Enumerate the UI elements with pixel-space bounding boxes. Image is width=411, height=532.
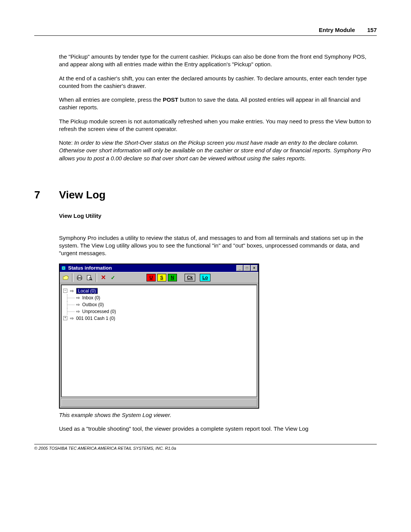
svg-rect-4 <box>87 275 91 280</box>
urgent-pill[interactable]: U <box>147 274 156 281</box>
paragraph: When all entries are complete, press the… <box>34 96 377 112</box>
tree-view[interactable]: − ⇨ Local (0) ⇨ Inbox (0) ⇨ Outbox (0) ⇨… <box>61 284 257 397</box>
paragraph: Used as a "trouble shooting" tool, the v… <box>34 425 377 433</box>
arrow-icon: ⇨ <box>75 309 81 314</box>
collapse-icon[interactable]: − <box>63 289 67 293</box>
arrow-icon: ⇨ <box>75 295 81 300</box>
paragraph: Symphony Pro includes a utility to revie… <box>34 234 377 257</box>
figure-caption: This example shows the System Log viewer… <box>34 412 377 418</box>
paragraph: The Pickup module screen is not automati… <box>34 118 377 133</box>
tree-label: Inbox (0) <box>82 295 100 300</box>
tree-node-unprocessed[interactable]: ⇨ Unprocessed (0) <box>63 308 255 315</box>
post-button-ref: POST <box>163 96 178 103</box>
paragraph: the "Pickup" amounts by tender type for … <box>34 53 377 69</box>
confirm-icon[interactable]: ✓ <box>108 273 118 282</box>
tree-label: Outbox (0) <box>82 302 104 307</box>
section-title: View Log <box>59 189 105 201</box>
note-paragraph: Note: In order to view the Short-Over st… <box>34 139 377 162</box>
arrow-icon: ⇨ <box>69 288 75 294</box>
close-button[interactable]: × <box>251 265 258 271</box>
open-icon[interactable] <box>61 273 70 282</box>
maximize-button[interactable]: □ <box>244 265 250 271</box>
note-body: In order to view the Short-Over status o… <box>59 139 371 161</box>
status-pill-s[interactable]: S <box>157 274 166 281</box>
status-bar <box>61 398 257 407</box>
note-label: Note: <box>59 139 74 146</box>
tree-label: Unprocessed (0) <box>82 309 116 314</box>
window-title: Status information <box>68 265 236 271</box>
svg-line-6 <box>91 279 92 280</box>
status-pill-ck[interactable]: Ck <box>185 274 195 281</box>
section-number: 7 <box>34 189 59 201</box>
tree-node-cash1[interactable]: + ⇨ 001 001 Cash 1 (0) <box>63 315 255 322</box>
footer-copyright: © 2005 TOSHIBA TEC AMERICA AMERICA RETAI… <box>34 446 377 451</box>
preview-icon[interactable] <box>85 273 94 282</box>
subheading: View Log Utility <box>34 212 377 219</box>
tree-node-outbox[interactable]: ⇨ Outbox (0) <box>63 301 255 308</box>
paragraph: At the end of a cashier's shift, you can… <box>34 75 377 90</box>
toolbar: ✕ ✓ U S N Ck Lo <box>60 272 258 283</box>
text-run: When all entries are complete, press the <box>59 96 163 103</box>
arrow-icon: ⇨ <box>69 316 75 321</box>
status-information-window: Status information _ □ × ✕ ✓ U S <box>59 264 259 409</box>
titlebar[interactable]: Status information _ □ × <box>60 264 258 272</box>
page-number: 157 <box>367 27 377 33</box>
tree-node-inbox[interactable]: ⇨ Inbox (0) <box>63 294 255 301</box>
status-pill-n[interactable]: N <box>168 274 177 281</box>
tree-label: 001 001 Cash 1 (0) <box>76 316 115 321</box>
expand-icon[interactable]: + <box>63 316 67 320</box>
svg-rect-3 <box>78 278 81 280</box>
status-pill-lo[interactable]: Lo <box>200 274 210 281</box>
separator <box>96 273 97 282</box>
delete-icon[interactable]: ✕ <box>99 273 108 282</box>
print-icon[interactable] <box>75 273 84 282</box>
app-icon <box>61 265 67 271</box>
tree-node-local[interactable]: − ⇨ Local (0) <box>63 288 255 294</box>
chapter-name: Entry Module <box>319 27 355 33</box>
separator <box>72 273 73 282</box>
arrow-icon: ⇨ <box>75 302 81 307</box>
minimize-button[interactable]: _ <box>236 265 243 271</box>
svg-rect-2 <box>78 275 81 277</box>
tree-label-selected[interactable]: Local (0) <box>76 288 98 294</box>
